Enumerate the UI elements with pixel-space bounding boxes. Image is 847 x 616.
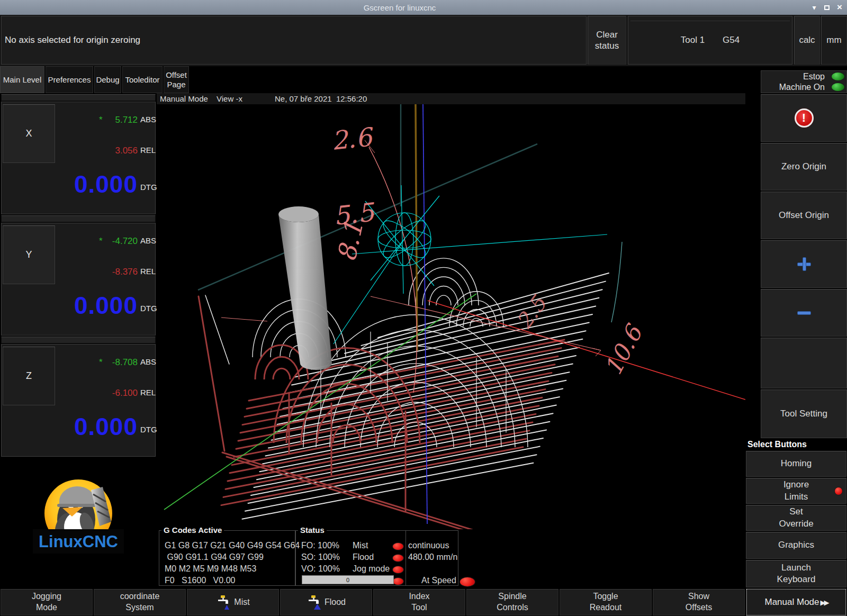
- notebook-tabs: Main Level Preferences Debug Tooleditor …: [0, 66, 847, 93]
- gcodes-title: G Codes Active: [161, 526, 224, 535]
- estop-label: Estop: [803, 72, 825, 81]
- status-message: No axis selected for origin zeroing: [2, 35, 140, 46]
- titlebar[interactable]: Gscreen for linuxcnc ▾ ×: [0, 0, 847, 15]
- homed-star-x: *: [99, 115, 103, 125]
- calc-button[interactable]: calc: [794, 16, 820, 65]
- set-override-button[interactable]: Set Override: [746, 505, 846, 531]
- tool-setting-button[interactable]: Tool Setting: [761, 389, 847, 438]
- clear-status-button[interactable]: Clear status: [588, 16, 626, 65]
- offset-system-label: G54: [723, 35, 740, 46]
- estop-status-box: Estop Machine On: [761, 70, 847, 93]
- warning-icon: !: [795, 108, 814, 128]
- view-mode-bar: Manual Mode View -x Ne, 07 bře 2021 12:5…: [157, 93, 745, 104]
- window-title: Gscreen for linuxcnc: [0, 3, 799, 12]
- spindle-controls-button[interactable]: SpindleControls: [466, 589, 558, 615]
- gcode-line: G1 G8 G17 G21 G40 G49 G54 G64: [165, 541, 300, 551]
- fast-forward-icon: ▶▶: [821, 599, 828, 606]
- tab-main-level[interactable]: Main Level: [0, 66, 44, 93]
- homed-star-y: *: [99, 236, 103, 247]
- progress-value: 0: [346, 577, 349, 583]
- estop-reset-button[interactable]: !: [761, 94, 847, 142]
- offset-origin-button[interactable]: Offset Origin: [761, 192, 847, 239]
- separator-strip: [1, 94, 156, 101]
- abs-value-z: -8.708: [112, 357, 138, 368]
- dtg-value-x: 0.000: [74, 170, 138, 198]
- ignore-limits-led: [834, 487, 843, 495]
- tool-info-frame: Tool 1 G54: [628, 16, 792, 65]
- abs-value-x: 5.712: [115, 115, 138, 125]
- homing-button[interactable]: Homing: [746, 451, 846, 477]
- launch-keyboard-button[interactable]: Launch Keyboard: [746, 560, 846, 587]
- tab-offset-page[interactable]: Offset Page: [164, 66, 189, 93]
- status-title: Status: [298, 526, 327, 535]
- fsv-line: F0 S1600 V0.00: [165, 576, 235, 586]
- plus-icon: [797, 257, 811, 271]
- zero-origin-button[interactable]: Zero Origin: [761, 143, 847, 191]
- spindle-override: SO: 100%: [301, 552, 340, 563]
- flood-label: Flood: [353, 552, 374, 563]
- rel-value-x: 3.056: [115, 146, 138, 156]
- dim-label-10_6: 10.6: [599, 320, 648, 380]
- abs-value-y: -4.720: [112, 236, 138, 247]
- flood-led: [392, 554, 404, 562]
- status-message-frame: No axis selected for origin zeroing: [1, 16, 587, 65]
- separator-strip: [1, 337, 156, 343]
- flood-button[interactable]: Flood: [280, 589, 372, 615]
- maximize-icon[interactable]: [821, 0, 833, 15]
- 3d-toolpath-view[interactable]: 2.6 8.1 5.5 2.5 10.6: [157, 104, 745, 529]
- ignore-limits-button[interactable]: Ignore Limits: [746, 478, 846, 504]
- at-speed-label: At Speed: [421, 576, 456, 586]
- index-tool-button[interactable]: IndexTool: [373, 589, 465, 615]
- dtg-value-y: 0.000: [74, 291, 138, 320]
- tab-debug[interactable]: Debug: [94, 66, 121, 93]
- coordinate-system-button[interactable]: coordinateSystem: [94, 589, 186, 615]
- show-offsets-button[interactable]: ShowOffsets: [653, 589, 745, 615]
- jogging-mode-button[interactable]: JoggingMode: [1, 589, 93, 615]
- close-icon[interactable]: ×: [833, 0, 846, 15]
- minimize-icon[interactable]: ▾: [808, 0, 821, 15]
- jog-continuous-label: continuous: [408, 541, 449, 551]
- top-status-bar: No axis selected for origin zeroing Clea…: [0, 15, 847, 66]
- gscreen-window: Gscreen for linuxcnc ▾ × No axis selecte…: [0, 0, 847, 616]
- manual-mode-button[interactable]: Manual Mode ▶▶: [746, 589, 846, 615]
- linuxcnc-logo: LinuxCNC: [32, 475, 125, 564]
- faucet-icon: [307, 594, 321, 610]
- tab-tooleditor[interactable]: Tooleditor: [122, 66, 163, 93]
- units-button[interactable]: mm: [821, 16, 847, 65]
- jog-mode-label: Jog mode: [353, 564, 390, 575]
- jog-feed-label: 480.00 mm/n: [408, 552, 457, 563]
- dim-label-2_6: 2.6: [330, 122, 375, 156]
- zoom-in-button[interactable]: [761, 240, 847, 288]
- graphics-button[interactable]: Graphics: [746, 532, 846, 559]
- rel-value-y: -8.376: [112, 267, 138, 277]
- faucet-icon: [216, 594, 231, 610]
- tool-label: Tool 1: [681, 35, 705, 46]
- view-label: View -x: [217, 94, 242, 103]
- zoom-out-button[interactable]: [761, 289, 847, 337]
- jog-mode-led: [392, 566, 404, 574]
- blank-button[interactable]: [761, 338, 847, 388]
- spindle-led: [392, 577, 404, 585]
- dtg-value-z: 0.000: [74, 412, 138, 441]
- axis-panel-y: Y * -4.720 ABS -8.376 REL 0.000 DTG: [1, 223, 156, 336]
- select-buttons-label: Select Buttons: [747, 440, 807, 449]
- minus-icon: [797, 311, 811, 315]
- abs-label: ABS: [140, 115, 156, 124]
- at-speed-led: [459, 577, 475, 587]
- datetime-label: Ne, 07 bře 2021 12:56:20: [275, 94, 367, 103]
- gcode-line: G90 G91.1 G94 G97 G99: [165, 552, 264, 563]
- gcodes-frame: G Codes Active G1 G8 G17 G21 G40 G49 G54…: [159, 530, 295, 586]
- dim-label-5_5: 5.5: [332, 197, 376, 231]
- machine-on-label: Machine On: [779, 83, 825, 92]
- tab-preferences[interactable]: Preferences: [46, 66, 93, 93]
- separator-strip: [1, 215, 156, 222]
- axis-panel-x: X * 5.712 ABS 3.056 REL 0.000 DTG: [1, 102, 156, 214]
- bottom-button-bar: JoggingMode coordinateSystem Mist: [0, 588, 847, 616]
- mist-label: Mist: [353, 541, 368, 551]
- mist-button[interactable]: Mist: [187, 589, 279, 615]
- estop-led: [831, 72, 845, 81]
- mist-led: [392, 542, 404, 550]
- status-frame: Status FO: 100% SO: 100% VO: 100% Mist F…: [295, 530, 458, 586]
- machine-on-led: [831, 83, 845, 92]
- toggle-readout-button[interactable]: ToggleReadout: [560, 589, 652, 615]
